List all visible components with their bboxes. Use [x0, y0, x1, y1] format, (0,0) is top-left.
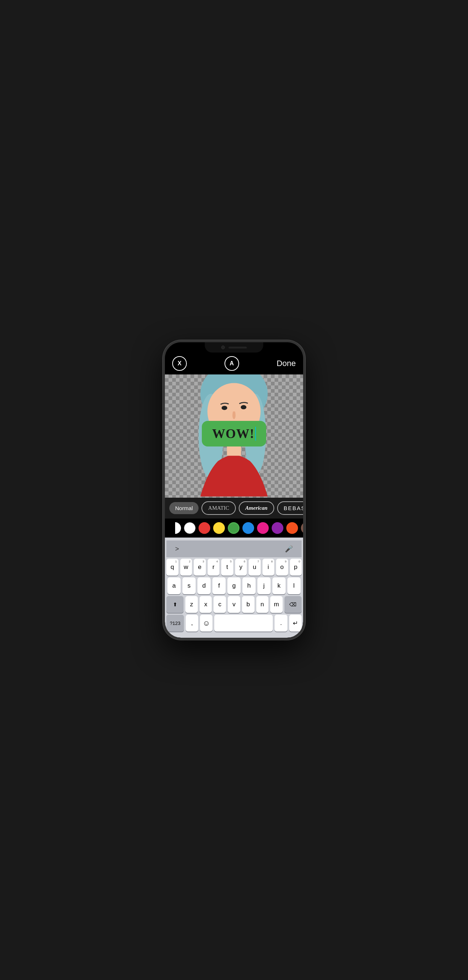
key-s[interactable]: s	[183, 578, 196, 594]
svg-point-5	[240, 405, 247, 409]
key-o[interactable]: o9	[276, 559, 288, 576]
color-blue[interactable]	[242, 522, 254, 534]
key-numbers[interactable]: ?123	[166, 615, 184, 632]
notch-camera	[221, 345, 225, 349]
key-n[interactable]: n	[256, 596, 269, 613]
key-t[interactable]: t5	[221, 559, 233, 576]
key-delete[interactable]: ⌫	[285, 596, 302, 613]
color-red[interactable]	[199, 522, 210, 534]
key-v[interactable]: v	[228, 596, 240, 613]
key-x[interactable]: x	[200, 596, 212, 613]
text-cursor	[255, 427, 256, 441]
key-comma[interactable]: ,	[186, 615, 198, 632]
phone-screen: X A Done	[165, 342, 303, 638]
key-m[interactable]: m	[270, 596, 283, 613]
key-j[interactable]: j	[257, 578, 271, 594]
canvas-area[interactable]: WOW!	[165, 374, 303, 498]
key-h[interactable]: h	[242, 578, 256, 594]
key-k[interactable]: k	[272, 578, 285, 594]
font-american[interactable]: American	[239, 501, 274, 515]
color-brown[interactable]	[301, 522, 303, 534]
key-b[interactable]: b	[242, 596, 255, 613]
svg-point-4	[221, 406, 228, 410]
bubble-text: WOW!	[212, 426, 255, 441]
key-f[interactable]: f	[212, 578, 226, 594]
key-p[interactable]: p0	[290, 559, 302, 576]
color-green[interactable]	[228, 522, 239, 534]
side-button	[304, 415, 305, 438]
key-emoji[interactable]: ☺	[200, 615, 212, 632]
key-c[interactable]: c	[213, 596, 226, 613]
close-button[interactable]: X	[172, 356, 187, 371]
keyboard-toolbar: > 🎤	[166, 541, 302, 557]
key-space[interactable]	[214, 615, 273, 632]
font-selector-row: Normal AMATIC American BEBAS NEUE	[165, 498, 303, 519]
color-purple[interactable]	[272, 522, 283, 534]
done-button[interactable]: Done	[276, 359, 296, 368]
color-half-black-white[interactable]	[169, 522, 181, 534]
key-y[interactable]: y6	[235, 559, 247, 576]
key-a[interactable]: a	[167, 578, 181, 594]
key-r[interactable]: r4	[208, 559, 220, 576]
notch-speaker	[229, 347, 247, 348]
key-l[interactable]: l	[287, 578, 301, 594]
keyboard-row-2: a s d f g h j k l	[166, 578, 302, 594]
key-d[interactable]: d	[197, 578, 211, 594]
keyboard-area: > 🎤 q1 w2 e3 r4 t5 y6 u7 i8 o9 p0 a s d	[165, 538, 303, 638]
color-yellow[interactable]	[213, 522, 225, 534]
keyboard-next-button[interactable]: >	[172, 544, 182, 554]
key-period[interactable]: .	[275, 615, 287, 632]
color-orange[interactable]	[286, 522, 298, 534]
key-z[interactable]: z	[185, 596, 198, 613]
phone-frame: X A Done	[163, 340, 305, 640]
key-return[interactable]: ↵	[289, 615, 302, 632]
font-amatic[interactable]: AMATIC	[201, 501, 236, 515]
color-pink[interactable]	[257, 522, 269, 534]
font-normal[interactable]: Normal	[169, 502, 199, 514]
keyboard-row-bottom: ?123 , ☺ . ↵	[166, 615, 302, 632]
key-u[interactable]: u7	[248, 559, 261, 576]
font-bebas[interactable]: BEBAS NEUE	[277, 501, 303, 515]
wow-bubble[interactable]: WOW!	[202, 421, 266, 447]
keyboard-row-3: ⬆ z x c v b n m ⌫	[166, 596, 302, 613]
key-w[interactable]: w2	[180, 559, 192, 576]
color-white[interactable]	[184, 522, 196, 534]
keyboard-row-1: q1 w2 e3 r4 t5 y6 u7 i8 o9 p0	[166, 559, 302, 576]
phone-notch	[205, 342, 263, 353]
font-style-button[interactable]: A	[224, 356, 239, 371]
color-picker-row	[165, 519, 303, 538]
key-shift[interactable]: ⬆	[166, 596, 183, 613]
key-q[interactable]: q1	[166, 559, 178, 576]
key-e[interactable]: e3	[194, 559, 206, 576]
key-i[interactable]: i8	[263, 559, 275, 576]
keyboard-mic-button[interactable]: 🎤	[282, 543, 296, 554]
key-g[interactable]: g	[228, 578, 240, 594]
